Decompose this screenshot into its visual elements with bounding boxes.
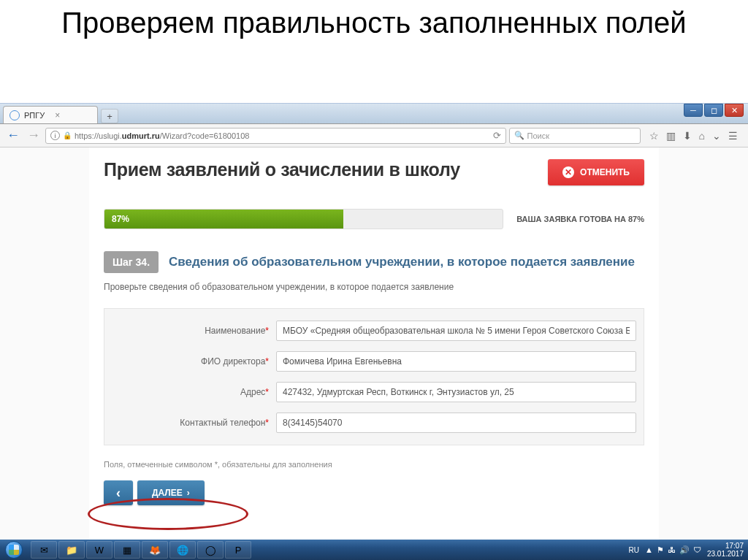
bookmark-icon[interactable]: ☆: [649, 130, 659, 142]
tray-network-icon[interactable]: 🖧: [668, 545, 676, 555]
tray-flag-icon[interactable]: ⚑: [657, 545, 664, 555]
favicon-icon: [9, 110, 20, 120]
chevron-right-icon: ›: [187, 488, 190, 498]
windows-logo-icon: [5, 541, 23, 559]
phone-label: Контактный телефон*: [112, 418, 276, 428]
forward-button[interactable]: →: [25, 127, 42, 145]
back-step-button[interactable]: ‹: [104, 480, 133, 505]
tray-date: 23.01.2017: [707, 550, 744, 558]
nav-buttons: ‹ ДАЛЕЕ ›: [104, 480, 644, 505]
taskbar: ✉ 📁 W ▦ 🦊 🌐 ◯ P RU ▲ ⚑ 🖧 🔊 🛡 17:07 23.01…: [0, 540, 748, 560]
taskbar-app-explorer[interactable]: 📁: [58, 541, 85, 559]
site-info-icon[interactable]: i: [50, 131, 60, 140]
minimize-button[interactable]: ─: [684, 104, 703, 117]
tray-icons: ▲ ⚑ 🖧 🔊 🛡: [645, 545, 701, 555]
search-placeholder: Поиск: [527, 131, 549, 140]
next-step-button[interactable]: ДАЛЕЕ ›: [137, 480, 205, 505]
required-footnote: Поля, отмеченные символом *, обязательны…: [104, 460, 644, 469]
progress-fill: 87%: [104, 210, 343, 229]
tray-clock[interactable]: 17:07 23.01.2017: [707, 542, 744, 558]
step-header: Шаг 34. Сведения об образовательном учре…: [104, 251, 644, 273]
browser-window: ─ ◻ ✕ РПГУ × + ← → i 🔒 https://uslugi.ud…: [0, 103, 748, 540]
taskbar-app-browser[interactable]: 🌐: [169, 541, 196, 559]
instruction-text: Проверьте сведения об образовательном уч…: [104, 282, 644, 292]
cancel-x-icon: ✕: [562, 166, 574, 178]
name-label: Наименование*: [112, 326, 276, 336]
new-tab-button[interactable]: +: [101, 109, 118, 123]
tray-up-icon[interactable]: ▲: [645, 545, 653, 555]
taskbar-app-calc[interactable]: ▦: [114, 541, 140, 559]
progress-row: 87% ВАША ЗАЯВКА ГОТОВА НА 87%: [104, 209, 644, 229]
address-label: Адрес*: [112, 387, 276, 397]
page-viewport: Прием заявлений о зачислении в школу ✕ О…: [0, 147, 748, 540]
next-label: ДАЛЕЕ: [152, 488, 183, 498]
search-box[interactable]: 🔍 Поиск: [509, 128, 641, 144]
window-controls: ─ ◻ ✕: [684, 104, 744, 117]
close-window-button[interactable]: ✕: [725, 104, 744, 117]
language-indicator[interactable]: RU: [629, 546, 639, 554]
progress-bar: 87%: [104, 209, 503, 229]
lock-icon: 🔒: [63, 131, 72, 139]
tray-time: 17:07: [707, 542, 744, 550]
tab-strip: РПГУ × +: [0, 104, 748, 124]
director-label: ФИО директора*: [112, 356, 276, 367]
progress-label: ВАША ЗАЯВКА ГОТОВА НА 87%: [516, 215, 644, 223]
start-button[interactable]: [0, 540, 28, 560]
slide-title: Проверяем правильность заполненных полей: [0, 0, 748, 42]
cancel-button[interactable]: ✕ ОТМЕНИТЬ: [548, 159, 644, 185]
url-toolbar: ← → i 🔒 https://uslugi.udmurt.ru/Wizard?…: [0, 124, 748, 147]
taskbar-app-powerpoint[interactable]: P: [225, 541, 251, 559]
cancel-label: ОТМЕНИТЬ: [580, 167, 630, 177]
taskbar-app-mail[interactable]: ✉: [31, 541, 57, 559]
refresh-icon[interactable]: ⟳: [493, 130, 501, 141]
menu-icon[interactable]: ☰: [728, 130, 738, 142]
close-tab-icon[interactable]: ×: [55, 110, 60, 120]
taskbar-app-word[interactable]: W: [86, 541, 112, 559]
director-input[interactable]: [276, 351, 636, 372]
form-block: Наименование* ФИО директора* Адрес* Конт…: [104, 308, 644, 445]
taskbar-apps: ✉ 📁 W ▦ 🦊 🌐 ◯ P: [28, 541, 251, 559]
progress-pct: 87%: [112, 214, 129, 224]
search-icon: 🔍: [514, 131, 524, 140]
name-input[interactable]: [276, 321, 636, 341]
home-icon[interactable]: ⌂: [699, 130, 705, 142]
url-text: https://uslugi.udmurt.ru/Wizard?code=618…: [75, 131, 249, 140]
chevron-left-icon: ‹: [116, 486, 121, 501]
tray-sound-icon[interactable]: 🔊: [679, 545, 690, 555]
tray-shield-icon[interactable]: 🛡: [693, 545, 701, 555]
downloads-icon[interactable]: ⬇: [683, 130, 692, 142]
sidebar-icon[interactable]: ▥: [666, 130, 676, 142]
page-title: Прием заявлений о зачислении в школу: [104, 159, 460, 180]
step-badge: Шаг 34.: [104, 251, 159, 273]
browser-tab[interactable]: РПГУ ×: [3, 106, 98, 123]
step-title: Сведения об образовательном учреждении, …: [169, 255, 635, 269]
address-bar[interactable]: i 🔒 https://uslugi.udmurt.ru/Wizard?code…: [45, 128, 506, 144]
toolbar-icons: ☆ ▥ ⬇ ⌂ ⌄ ☰: [644, 130, 744, 142]
maximize-button[interactable]: ◻: [704, 104, 723, 117]
phone-input[interactable]: [276, 413, 636, 433]
taskbar-app-chrome[interactable]: ◯: [197, 541, 224, 559]
pocket-icon[interactable]: ⌄: [712, 130, 721, 142]
tab-title: РПГУ: [24, 111, 45, 120]
address-input[interactable]: [276, 382, 636, 402]
taskbar-app-firefox[interactable]: 🦊: [142, 541, 168, 559]
back-button[interactable]: ←: [4, 127, 22, 145]
